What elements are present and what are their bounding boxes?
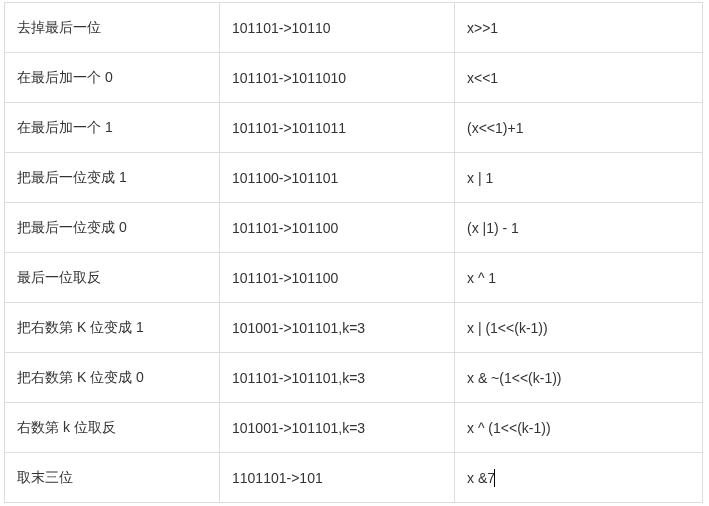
table-row: 把最后一位变成 1101100->101101x | 1 [5, 153, 703, 203]
op-description: 把最后一位变成 0 [5, 203, 220, 253]
op-example: 101101->1011011 [220, 103, 455, 153]
table-row: 把最后一位变成 0101101->101100(x |1) - 1 [5, 203, 703, 253]
op-example: 101100->101101 [220, 153, 455, 203]
op-example: 101101->101100 [220, 253, 455, 303]
table-row: 取末三位1101101->101x &7 [5, 453, 703, 503]
op-example: 1101101->101 [220, 453, 455, 503]
op-example: 101001->101101,k=3 [220, 403, 455, 453]
op-example: 101101->101100 [220, 203, 455, 253]
op-example: 101001->101101,k=3 [220, 303, 455, 353]
op-description: 去掉最后一位 [5, 3, 220, 53]
op-expression: x ^ 1 [455, 253, 703, 303]
bit-ops-table: 去掉最后一位101101->10110x>>1在最后加一个 0101101->1… [4, 2, 703, 503]
table-row: 最后一位取反101101->101100x ^ 1 [5, 253, 703, 303]
op-expression: x & ~(1<<(k-1)) [455, 353, 703, 403]
op-example: 101101->1011010 [220, 53, 455, 103]
op-description: 把右数第 K 位变成 1 [5, 303, 220, 353]
op-expression: x<<1 [455, 53, 703, 103]
table-row: 右数第 k 位取反101001->101101,k=3x ^ (1<<(k-1)… [5, 403, 703, 453]
table-row: 把右数第 K 位变成 0101101->101101,k=3x & ~(1<<(… [5, 353, 703, 403]
op-description: 把最后一位变成 1 [5, 153, 220, 203]
text-cursor [494, 469, 495, 487]
op-expression: x ^ (1<<(k-1)) [455, 403, 703, 453]
table-row: 在最后加一个 0101101->1011010x<<1 [5, 53, 703, 103]
op-example: 101101->101101,k=3 [220, 353, 455, 403]
op-expression: x | 1 [455, 153, 703, 203]
op-example: 101101->10110 [220, 3, 455, 53]
op-expression: x>>1 [455, 3, 703, 53]
op-description: 取末三位 [5, 453, 220, 503]
op-description: 把右数第 K 位变成 0 [5, 353, 220, 403]
table-row: 在最后加一个 1101101->1011011(x<<1)+1 [5, 103, 703, 153]
op-expression: x &7 [455, 453, 703, 503]
op-description: 在最后加一个 1 [5, 103, 220, 153]
op-expression: (x<<1)+1 [455, 103, 703, 153]
table-row: 把右数第 K 位变成 1101001->101101,k=3x | (1<<(k… [5, 303, 703, 353]
op-description: 最后一位取反 [5, 253, 220, 303]
op-description: 在最后加一个 0 [5, 53, 220, 103]
op-expression: x | (1<<(k-1)) [455, 303, 703, 353]
op-expression: (x |1) - 1 [455, 203, 703, 253]
table-row: 去掉最后一位101101->10110x>>1 [5, 3, 703, 53]
op-description: 右数第 k 位取反 [5, 403, 220, 453]
